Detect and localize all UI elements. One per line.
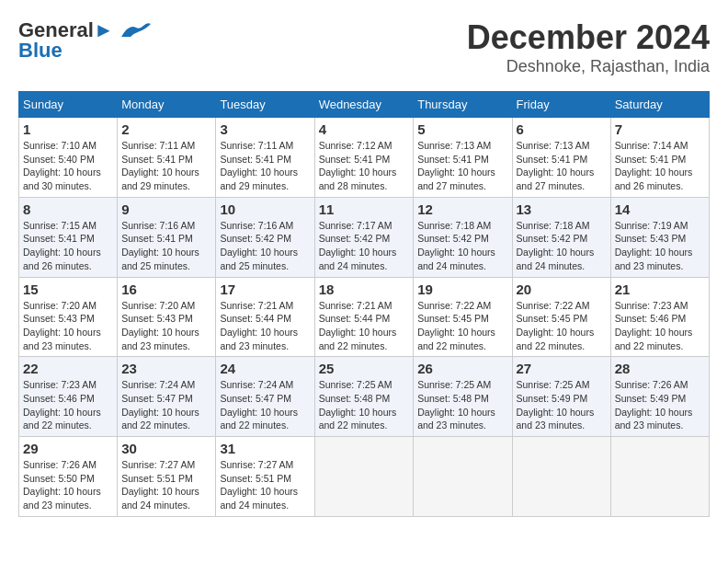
day-info: Sunrise: 7:23 AM Sunset: 5:46 PM Dayligh…	[615, 299, 705, 353]
calendar-cell: 30 Sunrise: 7:27 AM Sunset: 5:51 PM Dayl…	[118, 437, 216, 517]
day-number: 1	[23, 121, 113, 137]
calendar-cell	[314, 437, 414, 517]
day-number: 9	[121, 201, 211, 217]
logo-bird-icon	[118, 20, 151, 40]
logo: General► Blue	[18, 18, 151, 63]
calendar-header-row: SundayMondayTuesdayWednesdayThursdayFrid…	[19, 92, 710, 118]
day-info: Sunrise: 7:23 AM Sunset: 5:46 PM Dayligh…	[23, 378, 113, 432]
calendar-cell: 17 Sunrise: 7:21 AM Sunset: 5:44 PM Dayl…	[216, 277, 314, 357]
day-number: 16	[121, 282, 211, 297]
calendar-cell: 10 Sunrise: 7:16 AM Sunset: 5:42 PM Dayl…	[216, 197, 314, 277]
page-title: December 2024	[467, 18, 710, 57]
day-info: Sunrise: 7:13 AM Sunset: 5:41 PM Dayligh…	[417, 139, 507, 193]
day-info: Sunrise: 7:10 AM Sunset: 5:40 PM Dayligh…	[23, 139, 113, 193]
day-number: 24	[220, 361, 310, 376]
calendar-header-friday: Friday	[512, 92, 610, 118]
day-number: 18	[319, 282, 410, 297]
day-number: 11	[319, 201, 410, 217]
calendar-cell: 26 Sunrise: 7:25 AM Sunset: 5:48 PM Dayl…	[414, 357, 512, 437]
day-info: Sunrise: 7:12 AM Sunset: 5:41 PM Dayligh…	[319, 139, 410, 193]
day-info: Sunrise: 7:24 AM Sunset: 5:47 PM Dayligh…	[220, 378, 310, 432]
day-number: 13	[517, 201, 607, 217]
calendar-cell: 20 Sunrise: 7:22 AM Sunset: 5:45 PM Dayl…	[512, 277, 610, 357]
day-info: Sunrise: 7:19 AM Sunset: 5:43 PM Dayligh…	[615, 219, 705, 273]
calendar-cell: 28 Sunrise: 7:26 AM Sunset: 5:49 PM Dayl…	[610, 357, 709, 437]
day-number: 3	[220, 121, 310, 137]
day-info: Sunrise: 7:16 AM Sunset: 5:41 PM Dayligh…	[121, 219, 211, 273]
day-info: Sunrise: 7:20 AM Sunset: 5:43 PM Dayligh…	[121, 299, 211, 353]
calendar-cell: 12 Sunrise: 7:18 AM Sunset: 5:42 PM Dayl…	[414, 197, 512, 277]
title-block: December 2024 Deshnoke, Rajasthan, India	[467, 18, 710, 76]
day-number: 2	[121, 121, 211, 137]
day-info: Sunrise: 7:18 AM Sunset: 5:42 PM Dayligh…	[417, 219, 507, 273]
calendar-cell: 4 Sunrise: 7:12 AM Sunset: 5:41 PM Dayli…	[314, 118, 414, 198]
day-info: Sunrise: 7:18 AM Sunset: 5:42 PM Dayligh…	[517, 219, 607, 273]
calendar-cell: 19 Sunrise: 7:22 AM Sunset: 5:45 PM Dayl…	[414, 277, 512, 357]
day-number: 4	[319, 121, 410, 137]
day-info: Sunrise: 7:17 AM Sunset: 5:42 PM Dayligh…	[319, 219, 410, 273]
calendar-header-saturday: Saturday	[610, 92, 709, 118]
calendar-cell: 7 Sunrise: 7:14 AM Sunset: 5:41 PM Dayli…	[610, 118, 709, 198]
day-info: Sunrise: 7:25 AM Sunset: 5:49 PM Dayligh…	[517, 378, 607, 432]
calendar-header-tuesday: Tuesday	[216, 92, 314, 118]
day-info: Sunrise: 7:11 AM Sunset: 5:41 PM Dayligh…	[121, 139, 211, 193]
calendar-cell: 25 Sunrise: 7:25 AM Sunset: 5:48 PM Dayl…	[314, 357, 414, 437]
calendar-cell: 16 Sunrise: 7:20 AM Sunset: 5:43 PM Dayl…	[118, 277, 216, 357]
calendar-cell	[512, 437, 610, 517]
day-number: 27	[517, 361, 607, 376]
day-info: Sunrise: 7:27 AM Sunset: 5:51 PM Dayligh…	[220, 458, 310, 512]
calendar-cell: 22 Sunrise: 7:23 AM Sunset: 5:46 PM Dayl…	[19, 357, 118, 437]
day-info: Sunrise: 7:13 AM Sunset: 5:41 PM Dayligh…	[517, 139, 607, 193]
calendar-week-row: 8 Sunrise: 7:15 AM Sunset: 5:41 PM Dayli…	[19, 197, 710, 277]
calendar-cell	[610, 437, 709, 517]
calendar-cell: 8 Sunrise: 7:15 AM Sunset: 5:41 PM Dayli…	[19, 197, 118, 277]
day-info: Sunrise: 7:26 AM Sunset: 5:50 PM Dayligh…	[23, 458, 113, 512]
day-number: 12	[417, 201, 507, 217]
calendar-cell: 5 Sunrise: 7:13 AM Sunset: 5:41 PM Dayli…	[414, 118, 512, 198]
day-number: 6	[517, 121, 607, 137]
calendar-cell: 31 Sunrise: 7:27 AM Sunset: 5:51 PM Dayl…	[216, 437, 314, 517]
day-number: 8	[23, 201, 113, 217]
calendar-cell: 27 Sunrise: 7:25 AM Sunset: 5:49 PM Dayl…	[512, 357, 610, 437]
day-number: 15	[23, 282, 113, 297]
calendar-week-row: 29 Sunrise: 7:26 AM Sunset: 5:50 PM Dayl…	[19, 437, 710, 517]
calendar-cell: 24 Sunrise: 7:24 AM Sunset: 5:47 PM Dayl…	[216, 357, 314, 437]
day-number: 26	[417, 361, 507, 376]
calendar-cell	[414, 437, 512, 517]
day-number: 10	[220, 201, 310, 217]
calendar-cell: 11 Sunrise: 7:17 AM Sunset: 5:42 PM Dayl…	[314, 197, 414, 277]
day-number: 29	[23, 441, 113, 456]
calendar-cell: 15 Sunrise: 7:20 AM Sunset: 5:43 PM Dayl…	[19, 277, 118, 357]
calendar-header-thursday: Thursday	[414, 92, 512, 118]
calendar-cell: 1 Sunrise: 7:10 AM Sunset: 5:40 PM Dayli…	[19, 118, 118, 198]
day-number: 30	[121, 441, 211, 456]
calendar-header-sunday: Sunday	[19, 92, 118, 118]
day-info: Sunrise: 7:11 AM Sunset: 5:41 PM Dayligh…	[220, 139, 310, 193]
calendar-cell: 9 Sunrise: 7:16 AM Sunset: 5:41 PM Dayli…	[118, 197, 216, 277]
calendar-cell: 18 Sunrise: 7:21 AM Sunset: 5:44 PM Dayl…	[314, 277, 414, 357]
day-number: 28	[615, 361, 705, 376]
day-number: 21	[615, 282, 705, 297]
day-info: Sunrise: 7:15 AM Sunset: 5:41 PM Dayligh…	[23, 219, 113, 273]
page-subtitle: Deshnoke, Rajasthan, India	[467, 57, 710, 76]
day-info: Sunrise: 7:25 AM Sunset: 5:48 PM Dayligh…	[417, 378, 507, 432]
day-info: Sunrise: 7:20 AM Sunset: 5:43 PM Dayligh…	[23, 299, 113, 353]
day-info: Sunrise: 7:21 AM Sunset: 5:44 PM Dayligh…	[319, 299, 410, 353]
calendar-cell: 2 Sunrise: 7:11 AM Sunset: 5:41 PM Dayli…	[118, 118, 216, 198]
logo-blue: Blue	[18, 39, 63, 63]
day-info: Sunrise: 7:27 AM Sunset: 5:51 PM Dayligh…	[121, 458, 211, 512]
calendar-week-row: 15 Sunrise: 7:20 AM Sunset: 5:43 PM Dayl…	[19, 277, 710, 357]
day-info: Sunrise: 7:26 AM Sunset: 5:49 PM Dayligh…	[615, 378, 705, 432]
calendar-header-monday: Monday	[118, 92, 216, 118]
calendar-cell: 6 Sunrise: 7:13 AM Sunset: 5:41 PM Dayli…	[512, 118, 610, 198]
day-number: 23	[121, 361, 211, 376]
day-info: Sunrise: 7:16 AM Sunset: 5:42 PM Dayligh…	[220, 219, 310, 273]
day-number: 19	[417, 282, 507, 297]
calendar-header-wednesday: Wednesday	[314, 92, 414, 118]
calendar-cell: 14 Sunrise: 7:19 AM Sunset: 5:43 PM Dayl…	[610, 197, 709, 277]
calendar-table: SundayMondayTuesdayWednesdayThursdayFrid…	[18, 91, 710, 517]
day-number: 14	[615, 201, 705, 217]
day-info: Sunrise: 7:25 AM Sunset: 5:48 PM Dayligh…	[319, 378, 410, 432]
day-number: 17	[220, 282, 310, 297]
day-number: 20	[517, 282, 607, 297]
